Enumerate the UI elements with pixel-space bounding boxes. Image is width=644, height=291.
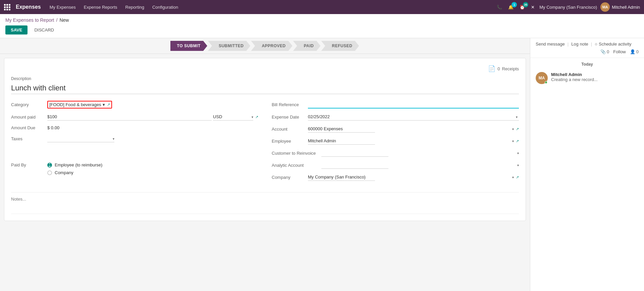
employee-select-wrap[interactable]: Mitchell Admin ▾ [308, 137, 514, 145]
username: Mitchell Admin [612, 5, 640, 10]
notes-input[interactable] [11, 197, 519, 210]
expense-date-select-wrap[interactable]: ▾ [308, 113, 519, 121]
account-select[interactable]: 600000 Expenses [308, 125, 375, 133]
expense-date-field-row: Expense Date ▾ [272, 113, 519, 121]
expense-date-value: ▾ [308, 113, 519, 121]
status-paid[interactable]: PAID [293, 41, 321, 51]
clock-icon[interactable]: ⏰ 35 [518, 3, 526, 11]
amount-paid-input[interactable] [47, 113, 212, 121]
bell-badge: 1 [512, 2, 517, 7]
person-icon: 👤 [630, 49, 635, 54]
taxes-select[interactable] [47, 135, 114, 142]
menu-expense-reports[interactable]: Expense Reports [80, 3, 121, 11]
bill-ref-input[interactable] [308, 101, 519, 108]
paperclip-icon: 📎 [600, 49, 606, 54]
form-grid: Category [FOOD] Food & beverages ▾ ↗ Amo… [11, 101, 519, 186]
status-submitted[interactable]: SUBMITTED [208, 41, 251, 51]
save-button[interactable]: SAVE [5, 25, 28, 34]
expense-date-input[interactable] [308, 113, 519, 121]
analytic-account-select-wrap[interactable]: ▾ [321, 161, 519, 169]
log-note-button[interactable]: Log note [571, 42, 588, 47]
amount-due-text: $ 0.00 [47, 125, 59, 130]
currency-ext-link-icon[interactable]: ↗ [255, 115, 258, 119]
receipt-count: 0 [497, 66, 500, 71]
message-item: MA Mitchell Admin Creating a new record.… [536, 72, 639, 84]
customer-reinvoice-dropdown-arrow: ▾ [517, 151, 519, 155]
employee-field-row: Employee Mitchell Admin ▾ ↗ [272, 137, 519, 145]
clock-badge: 35 [523, 2, 528, 7]
message-avatar: MA [536, 72, 548, 84]
company-select-wrap[interactable]: My Company (San Francisco) ▾ [308, 173, 514, 181]
account-select-wrap[interactable]: 600000 Expenses ▾ [308, 125, 514, 133]
radio-employee-circle [47, 163, 52, 167]
category-select-wrap[interactable]: [FOOD] Food & beverages ▾ ↗ [47, 101, 112, 108]
company-select[interactable]: My Company (San Francisco) [308, 173, 375, 181]
employee-select[interactable]: Mitchell Admin [308, 137, 375, 145]
currency-select[interactable]: USD [213, 113, 253, 121]
form-card: 📄 0 Receipts Description Category [4, 58, 526, 221]
taxes-select-wrap[interactable]: ▾ [47, 135, 114, 142]
expense-date-label: Expense Date [272, 115, 305, 120]
amount-paid-field-row: Amount paid USD ▾ ↗ [11, 113, 258, 121]
account-ext-link-icon[interactable]: ↗ [516, 127, 519, 131]
radio-employee[interactable]: Employee (to reimburse) [47, 162, 102, 167]
amount-due-value: $ 0.00 [47, 125, 258, 130]
paid-by-label: Paid By [11, 162, 45, 167]
analytic-account-value: ▾ [321, 161, 519, 169]
currency-select-wrap[interactable]: USD ▾ [213, 113, 253, 121]
close-icon[interactable]: ✕ [530, 3, 536, 11]
company-ext-link-icon[interactable]: ↗ [516, 175, 519, 179]
paid-by-field-row: Paid By Employee (to reimburse) Company [11, 162, 258, 175]
menu-my-expenses[interactable]: My Expenses [46, 3, 79, 11]
grid-menu-icon[interactable] [4, 4, 10, 10]
menu-configuration[interactable]: Configuration [149, 3, 181, 11]
bill-ref-label: Bill Reference [272, 102, 305, 107]
breadcrumb-parent[interactable]: My Expenses to Report [5, 17, 54, 23]
customer-reinvoice-label: Customer to Reinvoice [272, 151, 319, 156]
company-field-row: Company My Company (San Francisco) ▾ ↗ [272, 173, 519, 181]
customer-reinvoice-select-wrap[interactable]: ▾ [321, 149, 519, 157]
employee-dropdown-arrow: ▾ [512, 139, 514, 143]
employee-value: Mitchell Admin ▾ ↗ [308, 137, 519, 145]
followers-count-value: 0 [636, 49, 639, 54]
form-right-col: Bill Reference Expense Date ▾ [272, 101, 519, 186]
status-pipeline: TO SUBMIT SUBMITTED APPROVED PAID REFUSE… [0, 38, 530, 54]
schedule-activity-label: Schedule activity [599, 42, 632, 47]
chatter-panel: Send message | Log note | ○ Schedule act… [530, 38, 644, 291]
send-message-button[interactable]: Send message [536, 42, 565, 47]
analytic-account-field-row: Analytic Account ▾ [272, 161, 519, 169]
amount-due-field-row: Amount Due $ 0.00 [11, 125, 258, 130]
company-value: My Company (San Francisco) ▾ ↗ [308, 173, 519, 181]
status-refused[interactable]: REFUSED [321, 41, 359, 51]
schedule-activity-button[interactable]: ○ Schedule activity [595, 42, 631, 47]
attachments-count: 📎 0 [600, 49, 609, 54]
status-to-submit[interactable]: TO SUBMIT [170, 41, 207, 51]
receipt-button[interactable]: 📄 0 Receipts [488, 65, 519, 72]
bill-ref-field-row: Bill Reference [272, 101, 519, 108]
menu-reporting[interactable]: Reporting [122, 3, 148, 11]
analytic-account-select[interactable] [321, 161, 388, 169]
phone-icon[interactable]: 📞 [495, 3, 503, 11]
date-divider: Today [536, 62, 639, 67]
breadcrumb-separator: / [56, 17, 58, 23]
user-menu[interactable]: MA Mitchell Admin [600, 2, 640, 12]
employee-ext-link-icon[interactable]: ↗ [516, 139, 519, 143]
chatter-actions: Send message | Log note | ○ Schedule act… [530, 38, 644, 58]
doc-icon: 📄 [488, 65, 495, 72]
discard-button[interactable]: DISCARD [30, 25, 58, 34]
breadcrumb-current: New [59, 17, 69, 23]
description-input[interactable] [11, 82, 519, 94]
amount-paid-value: USD ▾ ↗ [47, 113, 258, 121]
customer-reinvoice-select[interactable] [321, 149, 388, 157]
bell-icon[interactable]: 🔔 1 [507, 3, 515, 11]
navbar-icons: 📞 🔔 1 ⏰ 35 ✕ My Company (San Francisco) … [495, 2, 640, 12]
follow-button[interactable]: Follow [613, 49, 626, 54]
bill-ref-value [308, 101, 519, 108]
category-ext-link-icon[interactable]: ↗ [107, 102, 110, 107]
date-dropdown-arrow: ▾ [516, 115, 518, 119]
radio-company[interactable]: Company [47, 170, 102, 175]
app-title[interactable]: Expenses [16, 4, 41, 10]
user-avatar: MA [600, 2, 610, 12]
category-field-row: Category [FOOD] Food & beverages ▾ ↗ [11, 101, 258, 108]
status-approved[interactable]: APPROVED [251, 41, 292, 51]
